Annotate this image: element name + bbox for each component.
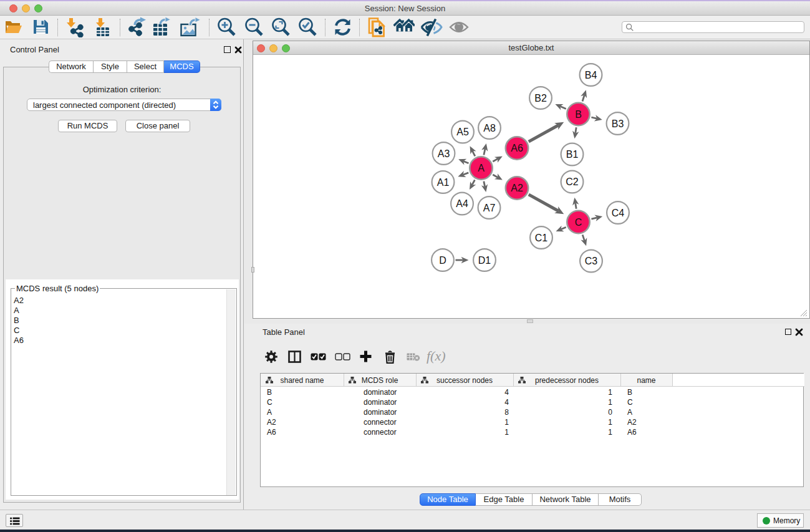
svg-text:A1: A1 bbox=[437, 177, 450, 188]
svg-text:C1: C1 bbox=[535, 233, 548, 243]
svg-text:C: C bbox=[575, 217, 582, 228]
svg-text:C2: C2 bbox=[566, 177, 579, 187]
svg-text:B1: B1 bbox=[566, 149, 579, 160]
svg-text:B3: B3 bbox=[612, 118, 624, 129]
svg-text:A4: A4 bbox=[456, 198, 468, 209]
svg-text:A2: A2 bbox=[511, 183, 523, 193]
svg-text:A8: A8 bbox=[483, 123, 496, 133]
svg-text:C3: C3 bbox=[585, 256, 598, 266]
svg-text:A7: A7 bbox=[483, 203, 496, 213]
svg-text:A: A bbox=[478, 163, 485, 173]
svg-text:B2: B2 bbox=[534, 93, 547, 104]
svg-text:B: B bbox=[575, 109, 582, 120]
svg-text:A3: A3 bbox=[438, 148, 450, 159]
svg-text:D1: D1 bbox=[478, 255, 491, 266]
svg-text:D: D bbox=[439, 255, 446, 266]
svg-text:A5: A5 bbox=[456, 127, 469, 137]
svg-text:C4: C4 bbox=[612, 208, 625, 218]
svg-text:B4: B4 bbox=[585, 70, 597, 80]
svg-text:A6: A6 bbox=[511, 143, 523, 153]
